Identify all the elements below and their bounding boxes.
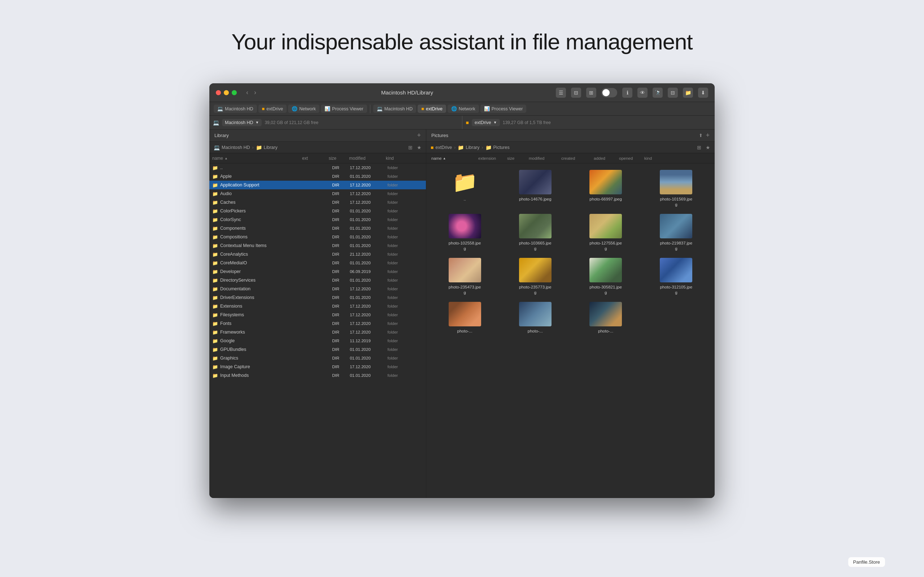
list-item[interactable]: photo-...	[430, 299, 499, 337]
download-icon[interactable]: ⬇	[698, 88, 708, 98]
list-item[interactable]: photo-14676.jpeg	[500, 167, 570, 210]
eye-icon[interactable]: 👁	[637, 88, 648, 98]
table-row[interactable]: 📁 Developer DIR 06.09.2019 folder	[209, 267, 426, 276]
star-left[interactable]: ★	[417, 145, 422, 150]
list-item[interactable]: photo-102558.jpeg	[430, 211, 499, 254]
right-panel-add-button[interactable]: +	[706, 132, 709, 139]
minimize-button[interactable]	[224, 90, 229, 95]
rcol-header-size[interactable]: size	[505, 156, 527, 161]
icon-label: photo-...	[598, 329, 613, 334]
tab-network-right[interactable]: 🌐 Network	[447, 105, 479, 113]
toggle-switch[interactable]	[601, 88, 617, 97]
left-drive-selector[interactable]: Macintosh HD ▼	[222, 119, 262, 126]
folder-icon: 📁	[212, 321, 218, 326]
col-header-name[interactable]: name ▲	[209, 156, 296, 161]
panel-icon[interactable]: ⊟	[668, 88, 678, 98]
file-name-col: 📁 Image Capture	[212, 364, 299, 370]
list-item[interactable]: photo-101569.jpeg	[641, 167, 711, 210]
file-size: DIR	[317, 373, 342, 377]
list-item[interactable]: 📁 ..	[430, 167, 499, 210]
rcol-header-name[interactable]: name ▲	[429, 156, 476, 161]
back-button[interactable]: ‹	[244, 88, 250, 97]
rcol-header-created[interactable]: created	[559, 156, 591, 161]
folder-icon: 📁	[212, 260, 218, 266]
table-row[interactable]: 📁 Documentation DIR 17.12.2020 folder	[209, 285, 426, 293]
list-item[interactable]: photo-235773.jpeg	[500, 255, 570, 298]
table-row[interactable]: 📁 CoreAnalytics DIR 21.12.2020 folder	[209, 250, 426, 259]
table-row[interactable]: 📁 Input Methods DIR 01.01.2020 folder	[209, 371, 426, 380]
tab-extdrive-left[interactable]: ■ extDrive	[258, 105, 287, 113]
table-row[interactable]: 📁 GPUBundles DIR 01.01.2020 folder	[209, 345, 426, 354]
table-row[interactable]: 📁 ColorPickers DIR 01.01.2020 folder	[209, 206, 426, 215]
rcol-header-opened[interactable]: opened	[617, 156, 642, 161]
binoculars-icon[interactable]: 🔭	[653, 88, 663, 98]
file-name: Components	[220, 226, 246, 231]
grid-toggle-left[interactable]: ⊞	[408, 145, 412, 150]
list-view-icon[interactable]: ☰	[556, 88, 566, 98]
file-size: DIR	[317, 330, 342, 334]
forward-button[interactable]: ›	[252, 88, 258, 97]
info-icon[interactable]: ℹ	[622, 88, 632, 98]
table-row[interactable]: 📁 Fonts DIR 17.12.2020 folder	[209, 319, 426, 328]
rcol-header-modified[interactable]: modified	[527, 156, 559, 161]
file-kind: folder	[378, 321, 407, 326]
table-row[interactable]: 📁 Caches DIR 17.12.2020 folder	[209, 198, 426, 206]
image-thumbnail	[590, 258, 622, 282]
drive-bc-icon: 💻	[214, 145, 220, 150]
list-item[interactable]: photo-...	[571, 299, 641, 337]
table-row[interactable]: 📁 Frameworks DIR 17.12.2020 folder	[209, 328, 426, 337]
maximize-button[interactable]	[232, 90, 237, 95]
table-row[interactable]: 📁 DriverExtensions DIR 01.01.2020 folder	[209, 293, 426, 302]
table-row[interactable]: 📁 Compositions DIR 01.01.2020 folder	[209, 233, 426, 241]
table-row[interactable]: 📁 ColorSync DIR 01.01.2020 folder	[209, 215, 426, 224]
list-item[interactable]: photo-127556.jpeg	[571, 211, 641, 254]
close-button[interactable]	[216, 90, 221, 95]
table-row[interactable]: 📁 Application Support DIR 17.12.2020 fol…	[209, 181, 426, 189]
icon-label: photo-66997.jpeg	[590, 197, 622, 202]
table-row[interactable]: 📁 Audio DIR 17.12.2020 folder	[209, 189, 426, 198]
table-row[interactable]: 📁 DirectoryServices DIR 01.01.2020 folde…	[209, 276, 426, 285]
star-right[interactable]: ★	[706, 145, 710, 150]
right-drive-selector[interactable]: extDrive ▼	[472, 119, 500, 126]
tab-macintosh-hd-right[interactable]: 💻 Macintosh HD	[373, 105, 417, 113]
tab-processviewer-left[interactable]: 📊 Process Viewer	[321, 105, 367, 113]
table-row[interactable]: 📁 Graphics DIR 01.01.2020 folder	[209, 354, 426, 363]
file-name: ColorSync	[220, 217, 241, 222]
list-item[interactable]: photo-219837.jpeg	[641, 211, 711, 254]
tab-processviewer-right[interactable]: 📊 Process Viewer	[480, 105, 527, 113]
grid-toggle-right[interactable]: ⊞	[697, 145, 701, 150]
grid-view-icon[interactable]: ⊞	[586, 88, 596, 98]
list-item[interactable]: photo-235473.jpeg	[430, 255, 499, 298]
rcol-header-extension[interactable]: extension	[476, 156, 505, 161]
table-row[interactable]: 📁 Apple DIR 01.01.2020 folder	[209, 172, 426, 181]
tab-extdrive-right[interactable]: ■ extDrive	[418, 105, 446, 113]
table-row[interactable]: 📁 Contextual Menu Items DIR 01.01.2020 f…	[209, 241, 426, 250]
folder-icon[interactable]: 📁	[683, 88, 693, 98]
list-item[interactable]: photo-66997.jpeg	[571, 167, 641, 210]
rcol-header-added[interactable]: added	[591, 156, 617, 161]
col-header-kind[interactable]: kind	[375, 156, 404, 161]
table-row[interactable]: 📁 Extensions DIR 17.12.2020 folder	[209, 302, 426, 311]
tab-network-left[interactable]: 🌐 Network	[288, 105, 320, 113]
detail-view-icon[interactable]: ⊟	[571, 88, 581, 98]
left-panel-add-button[interactable]: +	[417, 132, 421, 139]
tab-macintosh-hd-left[interactable]: 💻 Macintosh HD	[214, 105, 257, 113]
list-item[interactable]: photo-...	[500, 299, 570, 337]
table-row[interactable]: 📁 Google DIR 11.12.2019 folder	[209, 337, 426, 345]
left-panel-header: Library +	[209, 129, 426, 142]
table-row[interactable]: 📁 Filesystems DIR 17.12.2020 folder	[209, 311, 426, 319]
file-size: DIR	[317, 243, 342, 248]
list-item[interactable]: photo-312105.jpeg	[641, 255, 711, 298]
table-row[interactable]: 📁 CoreMediaIO DIR 01.01.2020 folder	[209, 259, 426, 267]
col-header-modified[interactable]: modified	[339, 156, 375, 161]
table-row[interactable]: 📁 .. DIR 17.12.2020 folder	[209, 163, 426, 172]
table-row[interactable]: 📁 Image Capture DIR 17.12.2020 folder	[209, 363, 426, 371]
file-kind: folder	[378, 295, 407, 300]
col-header-ext[interactable]: ext	[296, 156, 314, 161]
rcol-header-kind[interactable]: kind	[642, 156, 664, 161]
list-item[interactable]: photo-305821.jpeg	[571, 255, 641, 298]
list-item[interactable]: photo-103665.jpeg	[500, 211, 570, 254]
left-location: 💻 Macintosh HD ▼ 39,02 GB of 121,12 GB f…	[209, 116, 462, 129]
table-row[interactable]: 📁 Components DIR 01.01.2020 folder	[209, 224, 426, 233]
col-header-size[interactable]: size	[314, 156, 339, 161]
